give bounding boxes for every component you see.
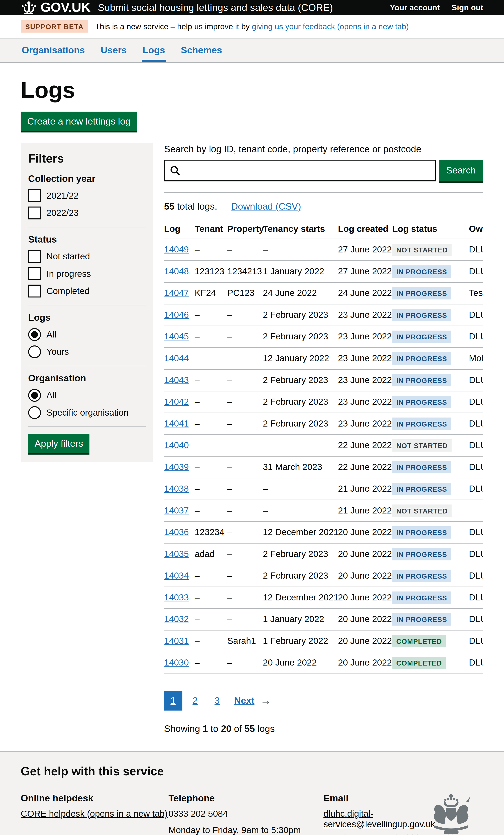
nav-tab[interactable]: Logs xyxy=(142,39,166,62)
radio-option[interactable]: Specific organisation xyxy=(28,406,146,419)
table-row: 14042 – – 2 February 2023 23 June 2022 I… xyxy=(164,391,483,413)
tenant-cell: – xyxy=(195,239,227,261)
radio-option[interactable]: All xyxy=(28,328,146,341)
owning-org-cell: DLUHC Test xyxy=(469,522,483,544)
radio-button[interactable] xyxy=(28,389,41,402)
log-created-cell: 23 June 2022 xyxy=(338,391,392,413)
showing-summary: Showing 1 to 20 of 55 logs xyxy=(164,724,483,734)
search-button[interactable]: Search xyxy=(439,160,483,182)
tenant-cell: – xyxy=(195,435,227,456)
service-name-link[interactable]: Submit social housing lettings and sales… xyxy=(98,2,333,13)
table-row: 14032 – – 1 January 2022 20 June 2022 IN… xyxy=(164,609,483,630)
column-header-label: Log created xyxy=(338,224,388,234)
page-link[interactable]: 1 xyxy=(164,691,182,711)
radio-option[interactable]: Yours xyxy=(28,345,146,358)
log-id-link[interactable]: 14042 xyxy=(164,397,189,407)
log-id-link[interactable]: 14038 xyxy=(164,484,189,494)
log-id-link[interactable]: 14030 xyxy=(164,658,189,668)
status-badge: IN PROGRESS xyxy=(392,374,451,387)
radio-option[interactable]: All xyxy=(28,389,146,402)
tenant-cell: – xyxy=(195,391,227,413)
checkbox[interactable] xyxy=(28,189,41,202)
status-badge: IN PROGRESS xyxy=(392,265,451,278)
log-id-link[interactable]: 14034 xyxy=(164,571,189,581)
checkbox[interactable] xyxy=(28,268,41,280)
checkbox-label: 2022/23 xyxy=(46,208,79,218)
column-header: Owning organisation xyxy=(469,220,483,239)
log-id-link[interactable]: 14043 xyxy=(164,375,189,385)
feedback-link[interactable]: giving us your feedback (opens in a new … xyxy=(252,22,409,30)
sign-out-link[interactable]: Sign out xyxy=(452,3,483,12)
nav-tab[interactable]: Users xyxy=(100,39,128,62)
filters-panel: Filters Collection year 2021/22 2022/23 … xyxy=(21,143,153,462)
checkbox[interactable] xyxy=(28,285,41,298)
log-id-link[interactable]: 14045 xyxy=(164,332,189,342)
tenancy-starts-cell: 20 June 2022 xyxy=(263,652,338,674)
nav-tab[interactable]: Organisations xyxy=(21,39,86,62)
checkbox-option[interactable]: 2022/23 xyxy=(28,207,146,220)
page-title: Logs xyxy=(21,78,483,102)
owning-org-cell: DLUHC Test xyxy=(469,609,483,630)
tenant-cell: – xyxy=(195,326,227,348)
download-csv-link[interactable]: Download (CSV) xyxy=(231,201,301,212)
core-helpdesk-link[interactable]: CORE helpdesk (opens in a new tab) xyxy=(21,809,167,819)
owning-org-cell: DLUHC Test xyxy=(469,544,483,565)
your-account-link[interactable]: Your account xyxy=(390,3,440,12)
radio-button[interactable] xyxy=(28,406,41,419)
site-header: GOV.UK Submit social housing lettings an… xyxy=(0,0,504,15)
log-id-link[interactable]: 14048 xyxy=(164,266,189,277)
table-row: 14035 adad – 2 February 2023 20 June 202… xyxy=(164,544,483,565)
checkbox-option[interactable]: In progress xyxy=(28,268,146,280)
checkbox[interactable] xyxy=(28,250,41,263)
next-page-link[interactable]: Next xyxy=(230,691,257,711)
property-cell: – xyxy=(227,456,263,478)
status-badge: IN PROGRESS xyxy=(392,548,451,561)
checkbox[interactable] xyxy=(28,207,41,220)
search-input[interactable] xyxy=(181,165,434,177)
log-id-link[interactable]: 14041 xyxy=(164,419,189,429)
radio-button[interactable] xyxy=(28,345,41,358)
log-id-link[interactable]: 14046 xyxy=(164,310,189,320)
showing-prefix: Showing xyxy=(164,724,203,734)
showing-of-word: of xyxy=(231,724,244,734)
log-id-link[interactable]: 14032 xyxy=(164,614,189,624)
page-link[interactable]: 2 xyxy=(186,691,204,711)
log-id-link[interactable]: 14037 xyxy=(164,506,189,515)
property-cell: – xyxy=(227,500,263,522)
column-header-label: Log status xyxy=(392,224,437,234)
apply-filters-button[interactable]: Apply filters xyxy=(28,434,89,453)
log-id-link[interactable]: 14049 xyxy=(164,245,189,254)
property-cell: – xyxy=(227,348,263,370)
radio-button[interactable] xyxy=(28,328,41,341)
page-number: 1 xyxy=(170,695,176,706)
checkbox-option[interactable]: Not started xyxy=(28,250,146,263)
log-id-link[interactable]: 14035 xyxy=(164,549,189,559)
create-lettings-log-button[interactable]: Create a new lettings log xyxy=(21,112,137,131)
log-id-link[interactable]: 14047 xyxy=(164,288,189,298)
log-id-link[interactable]: 14044 xyxy=(164,353,189,363)
email-link[interactable]: dluhc.digital-services@levellingup.gov.u… xyxy=(323,809,435,829)
govuk-logo[interactable]: GOV.UK xyxy=(21,0,90,15)
helpdesk-title: Online helpdesk xyxy=(21,793,168,804)
property-cell: – xyxy=(227,565,263,587)
table-row: 14040 – – – 22 June 2022 NOT STARTED DLU… xyxy=(164,435,483,456)
tenancy-starts-cell: 1 February 2022 xyxy=(263,630,338,652)
table-row: 14030 – – 20 June 2022 20 June 2022 COMP… xyxy=(164,652,483,674)
log-id-link[interactable]: 14031 xyxy=(164,636,189,646)
nav-tab[interactable]: Schemes xyxy=(180,39,223,62)
beta-tag: SUPPORT BETA xyxy=(21,20,88,33)
table-row: 14049 – – – 27 June 2022 NOT STARTED DLU… xyxy=(164,239,483,261)
page-link[interactable]: 3 xyxy=(208,691,226,711)
checkbox-option[interactable]: Completed xyxy=(28,285,146,298)
log-id-link[interactable]: 14039 xyxy=(164,462,189,472)
search-icon xyxy=(169,165,181,177)
log-id-link[interactable]: 14036 xyxy=(164,527,189,537)
log-id-link[interactable]: 14033 xyxy=(164,593,189,603)
status-badge: IN PROGRESS xyxy=(392,527,451,539)
filter-divider xyxy=(28,366,146,366)
log-id-link[interactable]: 14040 xyxy=(164,441,189,450)
checkbox-option[interactable]: 2021/22 xyxy=(28,189,146,202)
tenant-cell: KF24 xyxy=(195,283,227,304)
radio-label: Specific organisation xyxy=(46,408,128,418)
tenancy-starts-cell: 2 February 2023 xyxy=(263,544,338,565)
